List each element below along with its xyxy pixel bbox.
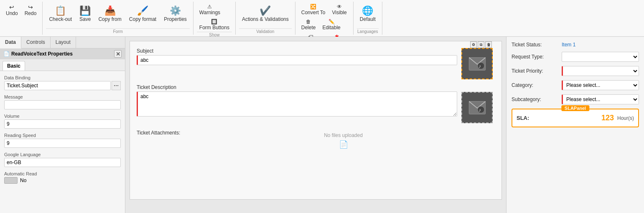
properties-icon: ⚙️ — [170, 6, 181, 15]
left-panel: Data Controls Layout 📄 ReadVoiceText Pro… — [0, 37, 125, 213]
widget-copy-button[interactable]: ⧉ — [478, 41, 484, 48]
delete-button[interactable]: 🗑 Delete — [299, 18, 318, 32]
panel-title-icon: 📄 — [3, 51, 10, 57]
attachments-section: Ticket Attachments: No files uploaded 📄 — [137, 128, 495, 153]
canvas-area: Subject ⚙ ⧉ 🗑 — [125, 37, 506, 213]
sla-value: 123 — [601, 114, 614, 122]
form-group-label: Form — [46, 28, 189, 34]
automatic-read-field: Automatic Read No — [4, 171, 121, 184]
ticket-status-label: Ticket Status: — [512, 42, 562, 48]
save-icon: 💾 — [79, 6, 91, 15]
delete-icon: 🗑 — [306, 19, 311, 25]
subtab-basic[interactable]: Basic — [3, 61, 25, 71]
category-row: Category: Please select... — [512, 80, 639, 90]
volume-input[interactable] — [7, 121, 118, 127]
warnings-button[interactable]: ⚠ Warnings — [197, 3, 223, 17]
tab-layout[interactable]: Layout — [51, 37, 76, 48]
data-binding-browse-button[interactable]: ⋯ — [112, 81, 121, 90]
media-widget-toolbar: ⚙ ⧉ 🗑 — [470, 41, 492, 48]
visible-icon: 👁 — [337, 4, 342, 10]
attachments-dropzone[interactable]: No files uploaded 📄 — [192, 128, 495, 153]
undo-redo-section: ↩ Undo ↪ Redo — [0, 2, 43, 35]
google-language-label: Google Language — [4, 152, 121, 157]
panel-title-bar: 📄 ReadVoiceText Properties ✕ — [0, 48, 125, 59]
ticket-priority-select[interactable] — [562, 66, 639, 76]
properties-button[interactable]: ⚙️ Properties — [161, 3, 190, 26]
sla-row: SLA: 123 Hour(s) — [517, 114, 634, 122]
convert-icon: 🔀 — [310, 4, 316, 10]
controls-section: 🔀 Convert To 👁 Visible 🗑 Delete ✏️ Edita… — [295, 2, 354, 35]
tab-data[interactable]: Data — [0, 37, 21, 48]
request-type-label: Request Type: — [512, 54, 562, 60]
mail-icon-2: ♪ — [468, 101, 486, 115]
message-field: Message — [4, 94, 121, 109]
automatic-read-label: Automatic Read — [4, 171, 121, 176]
reading-speed-field: Reading Speed — [4, 133, 121, 148]
redo-button[interactable]: ↪ Redo — [22, 3, 39, 18]
mail-icon-1: ♪ — [468, 57, 486, 71]
attachments-label: Ticket Attachments: — [137, 128, 187, 136]
request-type-select[interactable] — [562, 52, 639, 62]
volume-label: Volume — [4, 114, 121, 119]
actions-button[interactable]: ✔️ Actions & Validations — [239, 3, 292, 26]
checkout-button[interactable]: 📋 Check-out — [46, 3, 75, 26]
languages-group-label: Languages — [357, 28, 379, 34]
sla-panel-label: SLAPanel — [561, 105, 589, 111]
media-widget-2[interactable]: ♪ — [461, 92, 493, 123]
panel-close-button[interactable]: ✕ — [114, 50, 122, 58]
convert-button[interactable]: 🔀 Convert To — [299, 3, 328, 17]
request-type-row: Request Type: — [512, 52, 639, 62]
save-button[interactable]: 💾 Save — [76, 3, 94, 26]
widget-settings-button[interactable]: ⚙ — [470, 41, 477, 48]
tab-controls[interactable]: Controls — [21, 37, 51, 48]
copyformat-button[interactable]: 🖌️ Copy format — [126, 3, 159, 26]
warnings-icon: ⚠ — [207, 4, 212, 10]
sla-panel: SLAPanel SLA: 123 Hour(s) — [512, 109, 639, 127]
visible-button[interactable]: 👁 Visible — [330, 3, 349, 17]
data-binding-input[interactable] — [4, 81, 111, 90]
undo-button[interactable]: ↩ Undo — [3, 3, 20, 18]
reading-speed-input[interactable] — [7, 140, 118, 146]
toolbar: ↩ Undo ↪ Redo 📋 Check-out 💾 Save 📥 Copy … — [0, 0, 644, 37]
google-language-field: Google Language — [4, 152, 121, 167]
message-input[interactable] — [7, 102, 118, 108]
default-button[interactable]: 🌐 Default — [357, 3, 379, 26]
show-section: ⚠ Warnings 🔲 Form Buttons Show — [193, 2, 236, 35]
checkout-icon: 📋 — [55, 6, 66, 15]
main-area: Data Controls Layout 📄 ReadVoiceText Pro… — [0, 37, 644, 213]
category-label: Category: — [512, 82, 562, 88]
validation-group-label: Validation — [239, 28, 292, 34]
validation-section: ✔️ Actions & Validations Validation — [236, 2, 295, 35]
description-textarea[interactable]: abc — [137, 91, 457, 117]
ticket-status-value[interactable]: Item 1 — [562, 42, 575, 48]
media-widget-1[interactable]: ⚙ ⧉ 🗑 ♪ — [461, 48, 493, 79]
media-widget-2-container: ♪ — [461, 84, 495, 123]
reading-speed-label: Reading Speed — [4, 133, 121, 138]
formbuttons-button[interactable]: 🔲 Form Buttons — [197, 18, 232, 32]
svg-text:♪: ♪ — [479, 63, 481, 68]
panel-tabs: Data Controls Layout — [0, 37, 125, 48]
description-label: Ticket Description — [137, 84, 457, 90]
subject-input[interactable] — [137, 55, 457, 65]
subcategory-select[interactable]: Please select... — [562, 94, 639, 104]
sla-key: SLA: — [517, 115, 529, 121]
sla-unit: Hour(s) — [617, 115, 634, 121]
automatic-read-value: No — [20, 178, 26, 183]
automatic-read-toggle[interactable] — [4, 177, 18, 184]
description-field: Ticket Description abc — [137, 84, 457, 118]
ticket-status-row: Ticket Status: Item 1 — [512, 42, 639, 48]
formbuttons-icon: 🔲 — [211, 19, 217, 25]
google-language-input[interactable] — [7, 160, 118, 165]
widget-delete-button[interactable]: 🗑 — [485, 41, 492, 48]
volume-field: Volume — [4, 114, 121, 129]
panel-content: Data Binding ⋯ Message Volume Read — [0, 71, 125, 213]
undo-icon: ↩ — [9, 4, 14, 10]
panel-title-text: ReadVoiceText Properties — [11, 51, 73, 57]
right-panel: Ticket Status: Item 1 Request Type: Tick… — [506, 37, 644, 213]
editable-button[interactable]: ✏️ Editable — [320, 18, 343, 32]
message-label: Message — [4, 94, 121, 99]
form-canvas: Subject ⚙ ⧉ 🗑 — [130, 41, 502, 200]
copyfrom-button[interactable]: 📥 Copy from — [95, 3, 124, 26]
no-files-text: No files uploaded — [196, 132, 491, 138]
category-select[interactable]: Please select... — [562, 80, 639, 90]
